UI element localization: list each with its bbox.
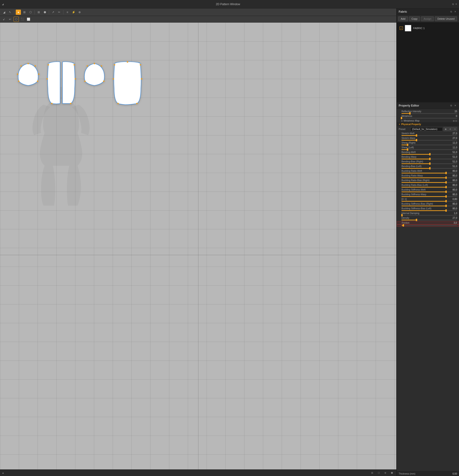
- friction-row: Friction 3,0: [397, 221, 459, 225]
- bending-warp-label[interactable]: Bending-Warp: [399, 156, 449, 158]
- buckling-stiffness-bias-left-slider[interactable]: [397, 210, 459, 212]
- canvas-area[interactable]: [0, 23, 396, 469]
- reflection-intensity-slider[interactable]: [397, 113, 459, 115]
- buckling-ratio-weft-label[interactable]: Buckling Ratio-Weft: [399, 170, 449, 172]
- sub-tool-3[interactable]: ⬡: [14, 17, 19, 22]
- buckling-stiffness-weft-slider[interactable]: [397, 191, 459, 193]
- tool-rect[interactable]: ⊞: [22, 10, 27, 15]
- fabric-panel-close[interactable]: ✕: [453, 10, 457, 14]
- tool-select[interactable]: ◢: [1, 10, 7, 15]
- property-panel-title: Property Editor: [399, 104, 419, 107]
- buckling-ratio-warp-label[interactable]: Buckling Ratio-Warp: [399, 174, 449, 177]
- close-icon[interactable]: ✕: [455, 3, 457, 6]
- bottom-btn-1[interactable]: ⊞: [370, 470, 375, 476]
- stretch-weft-label[interactable]: Stretch-Weft: [399, 132, 449, 135]
- bottom-btn-3[interactable]: ⊕: [383, 470, 388, 476]
- sub-tool-1[interactable]: ↙: [1, 17, 7, 22]
- tool-grid2[interactable]: ⬢: [42, 10, 47, 15]
- buckling-ratio-warp-slider[interactable]: [397, 177, 459, 179]
- buckling-stiffness-bias-right-label[interactable]: Buckling Stiffness-Bias (Right): [399, 203, 449, 205]
- bending-bias-right-label[interactable]: Bending-Bias (Right): [399, 160, 449, 163]
- pattern-panel: ◢ ↖ ● ⊞ ⬡ ⊞ ⬢ ↗ ✂ ≡ ⚡ ⊕ ↙ ↩ ⬡ ⬛ ⬜: [0, 8, 397, 476]
- stretch-warp-slider[interactable]: [397, 140, 459, 141]
- shear-left-label[interactable]: Shear (Left): [399, 146, 449, 149]
- bending-bias-left-label[interactable]: Bending-Bias (Left): [399, 165, 449, 168]
- bottom-btn-2[interactable]: ⬡: [376, 470, 381, 476]
- buckling-stiffness-bias-left-label[interactable]: Buckling Stiffness-Bias (Left): [399, 207, 449, 210]
- tool-lightning[interactable]: ⚡: [71, 10, 76, 15]
- buckling-stiffness-warp-label[interactable]: Buckling Stiffness-Warp: [399, 193, 449, 196]
- stretch-weft-slider[interactable]: [397, 135, 459, 136]
- buckling-ratio-bias-left-label[interactable]: Buckling Ratio-Bias (Left): [399, 184, 449, 186]
- friction-label[interactable]: Friction: [399, 221, 449, 224]
- reflection-intensity-value: 15: [449, 110, 457, 113]
- pattern-piece-4[interactable]: [112, 60, 143, 108]
- tool-scissors[interactable]: ✂: [57, 10, 62, 15]
- tool-arrow[interactable]: ↖: [8, 10, 13, 15]
- buckling-ratio-bias-left-slider[interactable]: [397, 187, 459, 188]
- bending-bias-right-slider[interactable]: [397, 163, 459, 165]
- buckling-ratio-bias-right-label[interactable]: Buckling Ratio-Bias (Right): [399, 179, 449, 182]
- friction-slider[interactable]: [397, 225, 459, 227]
- prop-content[interactable]: Reflection Intensity 15 Metalness 0: [397, 109, 459, 471]
- internal-damping-label[interactable]: Internal Damping: [399, 212, 449, 214]
- svg-point-24: [117, 103, 119, 104]
- preset-value[interactable]: (Default_for_Simulation): [410, 127, 442, 131]
- metalness-slider[interactable]: [397, 118, 459, 119]
- restore-icon[interactable]: ⧉: [452, 3, 454, 6]
- svg-point-27: [141, 78, 142, 80]
- tool-plus[interactable]: ⊕: [77, 10, 82, 15]
- shear-right-slider[interactable]: [397, 144, 459, 146]
- delete-unused-button[interactable]: Delete Unused: [435, 17, 457, 21]
- stretch-warp-label[interactable]: Stretch-Warp: [399, 137, 449, 139]
- fabric-swatch-1: [405, 25, 411, 32]
- fabric-panel-header: Fabric ⧉ ✕: [397, 8, 459, 15]
- tool-lines[interactable]: ≡: [65, 10, 70, 15]
- buckling-stiffness-warp-slider[interactable]: [397, 196, 459, 198]
- physical-property-section[interactable]: Physical Property: [397, 122, 459, 126]
- tool-circle[interactable]: ●: [16, 10, 21, 15]
- fabric-checkbox-1[interactable]: ✓: [400, 26, 403, 30]
- preset-icon-2[interactable]: ⊞: [448, 127, 452, 131]
- preset-icon-1[interactable]: ▣: [443, 127, 448, 131]
- pattern-piece-1[interactable]: [14, 60, 42, 89]
- pattern-piece-2[interactable]: [46, 60, 77, 108]
- fabric-item-1[interactable]: ✓ FABRIC 1: [398, 24, 458, 32]
- tool-polygon[interactable]: ⬡: [28, 10, 33, 15]
- fabric-panel-restore[interactable]: ⧉: [449, 10, 453, 14]
- sub-tool-2[interactable]: ↩: [8, 17, 13, 22]
- shear-left-slider[interactable]: [397, 149, 459, 151]
- buckling-stiffness-weft-value: 80,0: [449, 188, 457, 191]
- buckling-ratio-weft-slider[interactable]: [397, 172, 459, 174]
- bending-warp-slider[interactable]: [397, 158, 459, 160]
- bending-bias-right-row: Bending-Bias (Right) 51,0: [397, 160, 459, 163]
- property-panel-close[interactable]: ✕: [453, 104, 457, 108]
- bottom-btn-4[interactable]: ⬢: [389, 470, 394, 476]
- sub-tool-4[interactable]: ⬛: [20, 17, 25, 22]
- copy-fabric-button[interactable]: Copy: [409, 17, 420, 21]
- svg-point-4: [27, 63, 29, 64]
- bending-bias-left-slider[interactable]: [397, 168, 459, 170]
- preset-icon-3[interactable]: ⊟: [453, 127, 457, 131]
- bending-weft-label[interactable]: Bending-Weft: [399, 151, 449, 153]
- buckling-stiffness-bias-right-slider[interactable]: [397, 205, 459, 207]
- buckling-range-slider[interactable]: [397, 201, 459, 202]
- bending-weft-slider[interactable]: [397, 154, 459, 155]
- density-value: 27,0: [449, 217, 457, 219]
- fabric-panel-controls: ⧉ ✕: [449, 10, 457, 14]
- sub-tool-5[interactable]: ⬜: [26, 17, 31, 22]
- property-panel-restore[interactable]: ⧉: [449, 104, 453, 108]
- stretch-warp-value: 27,0: [449, 137, 457, 139]
- density-label[interactable]: Density: [399, 217, 449, 219]
- tool-move[interactable]: ↗: [51, 10, 56, 15]
- density-slider[interactable]: [397, 220, 459, 221]
- internal-damping-slider[interactable]: [397, 215, 459, 216]
- assign-fabric-button[interactable]: Assign: [421, 17, 434, 21]
- pattern-piece-3[interactable]: [80, 60, 108, 89]
- separator-1: [14, 10, 14, 14]
- buckling-stiffness-weft-label[interactable]: Buckling Stiffness-Weft: [399, 188, 449, 191]
- tool-grid[interactable]: ⊞: [36, 10, 41, 15]
- buckling-ratio-bias-right-slider[interactable]: [397, 182, 459, 184]
- shear-right-label[interactable]: Shear (Right): [399, 142, 449, 144]
- add-fabric-button[interactable]: Add: [398, 17, 408, 21]
